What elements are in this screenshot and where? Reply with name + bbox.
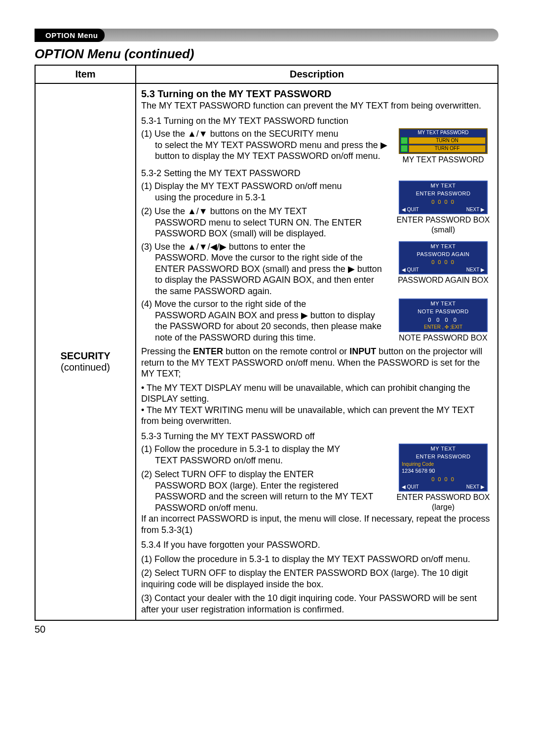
osd-pin: 0 0 0 0: [400, 258, 487, 266]
osd-line-my-text: MY TEXT: [400, 300, 487, 307]
osd-next: NEXT: [466, 266, 485, 273]
caption-enter-password-large: ENTER PASSWORD BOX (large): [394, 492, 493, 512]
section-tab-label: OPTION Menu: [35, 29, 105, 42]
heading-5-3-1: 5.3-1 Turning on the MY TEXT PASSWORD fu…: [141, 115, 493, 127]
osd-line-enter-password: ENTER PASSWORD: [400, 189, 487, 197]
text-5-3-3-2b: PASSWORD BOX (large). Enter the register…: [141, 480, 388, 514]
osd-line-enter-password: ENTER PASSWORD: [400, 453, 487, 460]
heading-5-3: 5.3 Turning on the MY TEXT PASSWORD: [141, 88, 493, 100]
text-5-3-2-enter-input: Pressing the ENTER button on the remote …: [141, 346, 493, 379]
caption-password-again: PASSWORD AGAIN BOX: [398, 275, 489, 285]
caption-note-password: NOTE PASSWORD BOX: [399, 333, 487, 343]
text-5-3-2-4b: PASSWORD AGAIN BOX and press ▶ button to…: [141, 310, 388, 343]
figure-enter-password-large: MY TEXT ENTER PASSWORD Inquiring Code 12…: [399, 444, 488, 491]
osd-quit: QUIT: [402, 484, 419, 490]
osd-note-pin: 0 0 0 0: [400, 316, 487, 324]
text-5-3-4-1: (1) Follow the procedure in 5.3-1 to dis…: [141, 554, 493, 565]
text-5-3-1-1b: to select the MY TEXT PASSWORD menu and …: [141, 140, 388, 162]
item-sub: (continued): [36, 362, 135, 373]
osd-line-my-text: MY TEXT: [400, 445, 487, 453]
heading-5-3-4: 5.3.4 If you have forgotten your PASSWOR…: [141, 539, 493, 551]
option-table: Item Description SECURITY (continued) 5.…: [35, 65, 498, 621]
figure-my-text-password-menu: MY TEXT PASSWORD TURN ON TURN OFF: [399, 128, 488, 154]
osd-line-note-password: NOTE PASSWORD: [400, 307, 487, 315]
osd-inquiring-code: 1234 5678 90: [400, 467, 487, 475]
text-5-3-4-3: (3) Contact your dealer with the 10 digi…: [141, 593, 493, 615]
item-name: SECURITY: [36, 350, 135, 362]
page-title: OPTION Menu (continued): [35, 46, 498, 62]
page-number: 50: [35, 624, 498, 635]
osd-quit: QUIT: [402, 266, 419, 273]
caption-enter-password-small: ENTER PASSWORD BOX (small): [394, 215, 493, 235]
text-5-3-2-2b: PASSWORD menu to select TURN ON. The ENT…: [141, 217, 388, 239]
text-5-3-3-2a: (2) Select TURN OFF to display the ENTER: [141, 469, 388, 480]
osd-next: NEXT: [466, 484, 485, 490]
osd-pin: 0 0 0 0: [400, 198, 487, 206]
heading-5-3-3: 5.3-3 Turning the MY TEXT PASSWORD off: [141, 431, 493, 442]
item-cell: SECURITY (continued): [35, 83, 136, 620]
osd-title: MY TEXT PASSWORD: [400, 129, 487, 137]
osd-line-password-again: PASSWORD AGAIN: [400, 250, 487, 258]
text-5-3-3-1a: (1) Follow the procedure in 5.3-1 to dis…: [141, 444, 388, 455]
text-5-3-2-1a: (1) Display the MY TEXT PASSWORD on/off …: [141, 181, 388, 192]
text-5-3-intro: The MY TEXT PASSWORD function can preven…: [141, 100, 493, 112]
text-5-3-2-3a: (3) Use the ▲/▼/◀/▶ buttons to enter the: [141, 241, 388, 253]
bullet-icon: [401, 145, 408, 152]
bullet-writing-unavailable: • The MY TEXT WRITING menu will be unava…: [141, 405, 493, 427]
heading-5-3-2: 5.3-2 Setting the MY TEXT PASSWORD: [141, 168, 493, 179]
text-5-3-3-1b: TEXT PASSWORD on/off menu.: [141, 455, 388, 466]
osd-line-my-text: MY TEXT: [400, 242, 487, 250]
text-5-3-2-3b: PASSWORD. Move the cursor to the right s…: [141, 252, 388, 297]
section-tab-bar: OPTION Menu: [35, 29, 498, 41]
figure-note-password: MY TEXT NOTE PASSWORD 0 0 0 0 ENTER , ✜ …: [399, 299, 488, 332]
text-5-3-3-error: If an incorrect PASSWORD is input, the m…: [141, 513, 493, 535]
text-5-3-1-1a: (1) Use the ▲/▼ buttons on the SECURITY …: [141, 128, 388, 140]
col-header-item: Item: [35, 65, 136, 83]
bullet-display-unavailable: • The MY TEXT DISPLAY menu will be unava…: [141, 382, 493, 405]
text-5-3-4-2: (2) Select TURN OFF to display the ENTER…: [141, 567, 493, 590]
figure-password-again: MY TEXT PASSWORD AGAIN 0 0 0 0 QUITNEXT: [399, 241, 488, 275]
caption-my-text-password: MY TEXT PASSWORD: [402, 155, 484, 165]
description-cell: 5.3 Turning on the MY TEXT PASSWORD The …: [136, 83, 498, 620]
osd-enter-exit: ENTER , ✜ ;EXIT: [400, 324, 487, 331]
osd-line-my-text: MY TEXT: [400, 182, 487, 189]
osd-option-turn-on: TURN ON: [409, 137, 486, 145]
osd-quit: QUIT: [402, 206, 419, 213]
osd-pin: 0 0 0 0: [400, 475, 487, 483]
osd-next: NEXT: [466, 206, 485, 213]
text-5-3-2-4a: (4) Move the cursor to the right side of…: [141, 299, 388, 310]
text-5-3-2-2a: (2) Use the ▲/▼ buttons on the MY TEXT: [141, 206, 388, 217]
osd-option-turn-off: TURN OFF: [409, 145, 486, 152]
bullet-icon: [401, 137, 408, 144]
figure-enter-password-small: MY TEXT ENTER PASSWORD 0 0 0 0 QUITNEXT: [399, 181, 488, 214]
text-5-3-2-1b: using the procedure in 5.3-1: [141, 192, 388, 203]
col-header-description: Description: [136, 65, 498, 83]
osd-inquiring-label: Inquiring Code: [400, 461, 487, 467]
